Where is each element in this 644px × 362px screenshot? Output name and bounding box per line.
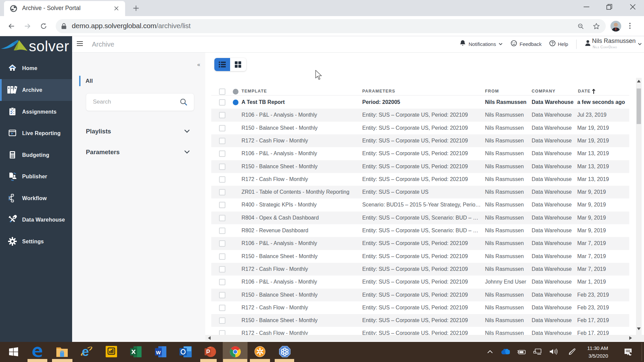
svg-text:e: e (82, 346, 89, 358)
svg-text:W: W (156, 349, 161, 355)
